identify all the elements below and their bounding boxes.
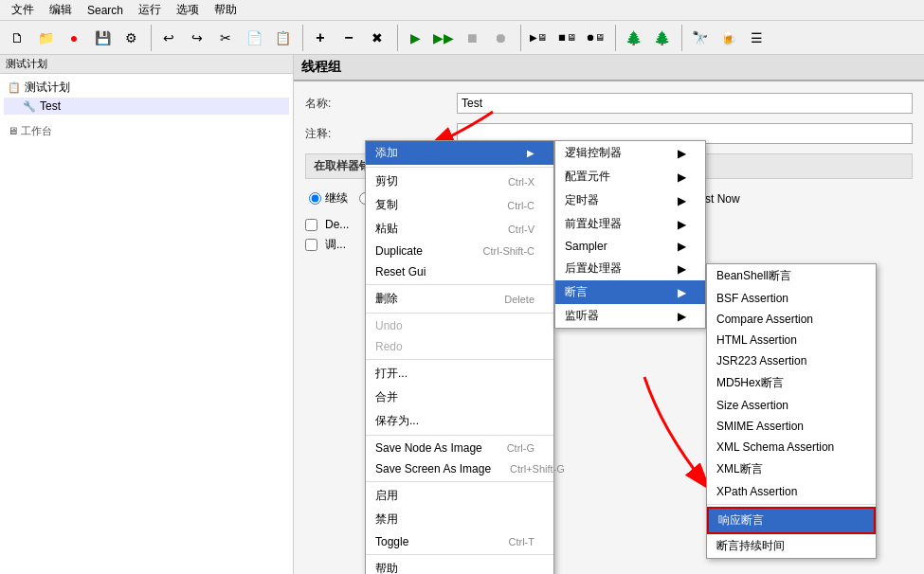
option-stop-test-now[interactable]: Stop Test Now — [651, 192, 740, 206]
copy-button[interactable]: 📄 — [241, 25, 267, 51]
assertion-jsr223[interactable]: JSR223 Assertion — [707, 350, 876, 371]
ctx-sep7 — [366, 554, 553, 555]
assertion-smime[interactable]: SMIME Assertion — [707, 416, 876, 437]
left-panel-header: 测试计划 — [0, 55, 293, 74]
right-panel: 线程组 名称: 注释: 在取样器错误后要执行的动作 继续 Start Next … — [294, 55, 924, 574]
ctx-save-screen[interactable]: Save Screen As Image Ctrl+Shift-G — [366, 458, 553, 479]
mug-button[interactable]: 🍺 — [715, 25, 741, 51]
tree2-button[interactable]: 🌲 — [648, 25, 675, 51]
assertion-html[interactable]: HTML Assertion — [707, 330, 876, 350]
tree-panel: 📋 测试计划 🔧 Test — [0, 74, 293, 118]
ctx-paste[interactable]: 粘贴 Ctrl-V — [366, 217, 553, 241]
submenu-assertion-arrow: ▶ — [678, 286, 686, 299]
option-stop-test[interactable]: 停止测试 — [578, 190, 640, 206]
run-button[interactable]: ▶ — [402, 25, 428, 51]
ctx-sep1 — [366, 167, 553, 168]
assertion-submenu: BeanShell断言 BSF Assertion Compare Assert… — [706, 263, 877, 559]
ctx-delete[interactable]: 删除 Delete — [366, 287, 553, 311]
workbench-icon: 🖥 — [8, 125, 18, 136]
ctx-save-node-label: Save Node As Image — [375, 441, 482, 455]
radio-stop-test-now[interactable] — [651, 192, 663, 205]
ctx-reset-gui[interactable]: Reset Gui — [366, 261, 553, 282]
ctx-toggle[interactable]: Toggle Ctrl-T — [366, 531, 553, 552]
submenu-listener[interactable]: 监听器 ▶ — [555, 304, 705, 328]
redo-button[interactable]: ↪ — [184, 25, 210, 51]
cut-button[interactable]: ✂ — [212, 25, 239, 51]
right-panel-header: 线程组 — [294, 55, 924, 81]
paste-button[interactable]: 📋 — [269, 25, 296, 51]
add-button[interactable]: + — [307, 25, 334, 51]
binoculars-button[interactable]: 🔭 — [686, 25, 713, 51]
submenu-listener-arrow: ▶ — [678, 310, 686, 323]
assertion-md5hex-label: MD5Hex断言 — [716, 375, 784, 391]
tree-root-icon: 📋 — [8, 81, 21, 94]
menu-options[interactable]: 选项 — [169, 0, 207, 20]
assertion-smime-label: SMIME Assertion — [716, 420, 804, 433]
checkbox-loop2-label: 调... — [325, 237, 346, 253]
run-all-button[interactable]: ▶▶ — [430, 25, 457, 51]
menu-edit[interactable]: 编辑 — [42, 0, 80, 20]
open-button[interactable]: 📁 — [32, 25, 59, 51]
right-panel-title: 线程组 — [301, 59, 341, 74]
assertion-duration[interactable]: 断言持续时间 — [707, 534, 876, 558]
radio-stop-test[interactable] — [578, 192, 590, 205]
menu-search[interactable]: Search — [80, 2, 131, 19]
remote3-button[interactable]: ⏺🖥 — [582, 25, 608, 51]
assertion-response[interactable]: 响应断言 — [707, 507, 876, 534]
radio-continue[interactable] — [309, 192, 321, 205]
assertion-xpath[interactable]: XPath Assertion — [707, 481, 876, 502]
checkbox-loop[interactable] — [305, 219, 317, 231]
ctx-toggle-shortcut: Ctrl-T — [509, 536, 535, 547]
assertion-size[interactable]: Size Assertion — [707, 395, 876, 416]
menu-file[interactable]: 文件 — [4, 0, 42, 20]
ctx-disable[interactable]: 禁用 — [366, 508, 553, 531]
ctx-save-as[interactable]: 保存为... — [366, 409, 553, 433]
ctx-save-node[interactable]: Save Node As Image Ctrl-G — [366, 438, 553, 458]
ctx-enable[interactable]: 启用 — [366, 484, 553, 508]
assertion-md5hex[interactable]: MD5Hex断言 — [707, 371, 876, 395]
remote1-button[interactable]: ▶🖥 — [525, 25, 552, 51]
assertion-xml[interactable]: XML断言 — [707, 457, 876, 481]
ctx-merge-label: 合并 — [375, 389, 398, 405]
assertion-beanshell[interactable]: BeanShell断言 — [707, 264, 876, 288]
assertion-jsr223-label: JSR223 Assertion — [716, 354, 806, 368]
ctx-sep4 — [366, 359, 553, 360]
menu-help[interactable]: 帮助 — [207, 0, 245, 20]
tree-root[interactable]: 📋 测试计划 — [4, 78, 289, 98]
name-input[interactable] — [457, 93, 913, 114]
option-continue[interactable]: 继续 — [309, 190, 348, 206]
assertion-xml-schema[interactable]: XML Schema Assertion — [707, 437, 876, 457]
stop2-button[interactable]: ⏺ — [487, 25, 514, 51]
new-button[interactable]: 🗋 — [4, 25, 30, 51]
toolbar: 🗋 📁 ● 💾 ⚙ ↩ ↪ ✂ 📄 📋 + − ✖ ▶ ▶▶ ⏹ ⏺ ▶🖥 ⏹🖥… — [0, 21, 924, 55]
ctx-add[interactable]: 添加 ▶ — [366, 141, 553, 165]
menu-run[interactable]: 运行 — [131, 0, 169, 20]
ctx-copy-label: 复制 — [375, 197, 398, 213]
ctx-cut[interactable]: 剪切 Ctrl-X — [366, 170, 553, 193]
assertion-bsf[interactable]: BSF Assertion — [707, 288, 876, 309]
minus-button[interactable]: − — [335, 25, 362, 51]
assertion-compare[interactable]: Compare Assertion — [707, 309, 876, 330]
workbench-label: 工作台 — [21, 125, 52, 136]
submenu-assertion[interactable]: 断言 ▶ — [555, 280, 705, 304]
checkbox-loop2[interactable] — [305, 239, 317, 251]
tree-test-icon: 🔧 — [23, 100, 36, 113]
clear-button[interactable]: ✖ — [364, 25, 390, 51]
ctx-merge[interactable]: 合并 — [366, 386, 553, 409]
tree1-button[interactable]: 🌲 — [620, 25, 646, 51]
list-button[interactable]: ☰ — [743, 25, 770, 51]
tree-test[interactable]: 🔧 Test — [4, 98, 289, 115]
ctx-save-node-shortcut: Ctrl-G — [507, 442, 534, 454]
save-button[interactable]: 💾 — [89, 25, 116, 51]
ctx-help[interactable]: 帮助 — [366, 557, 553, 574]
undo-button[interactable]: ↩ — [155, 25, 182, 51]
ctx-open[interactable]: 打开... — [366, 362, 553, 386]
ctx-copy[interactable]: 复制 Ctrl-C — [366, 193, 553, 217]
assertion-beanshell-label: BeanShell断言 — [716, 268, 791, 284]
stop-button[interactable]: ⏹ — [459, 25, 485, 51]
ctx-duplicate[interactable]: Duplicate Ctrl-Shift-C — [366, 241, 553, 261]
error-button[interactable]: ● — [61, 25, 87, 51]
settings-button[interactable]: ⚙ — [118, 25, 144, 51]
ctx-help-label: 帮助 — [375, 561, 398, 574]
remote2-button[interactable]: ⏹🖥 — [553, 25, 580, 51]
